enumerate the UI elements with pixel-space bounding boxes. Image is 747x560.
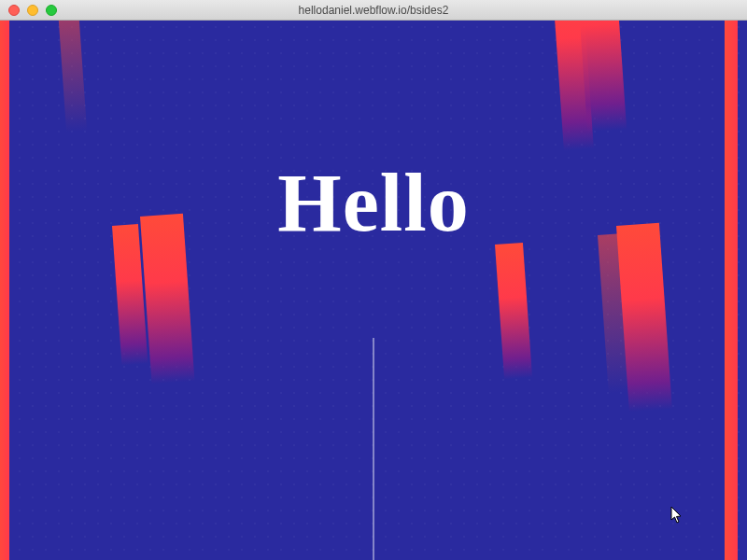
decorative-bar: [725, 21, 738, 560]
close-icon[interactable]: [8, 5, 20, 16]
decorative-bar: [140, 214, 194, 385]
vertical-divider: [374, 338, 374, 560]
page-viewport: Hello: [0, 21, 747, 560]
zoom-icon[interactable]: [46, 5, 57, 16]
traffic-lights: [0, 5, 57, 16]
minimize-icon[interactable]: [27, 5, 38, 16]
decorative-bar: [0, 21, 9, 560]
cursor-icon: [670, 506, 684, 525]
window-titlebar: hellodaniel.webflow.io/bsides2: [0, 0, 747, 21]
decorative-bar: [495, 243, 532, 380]
hero-heading: Hello: [277, 156, 469, 250]
window-title: hellodaniel.webflow.io/bsides2: [299, 4, 449, 17]
decorative-bar: [56, 21, 87, 133]
